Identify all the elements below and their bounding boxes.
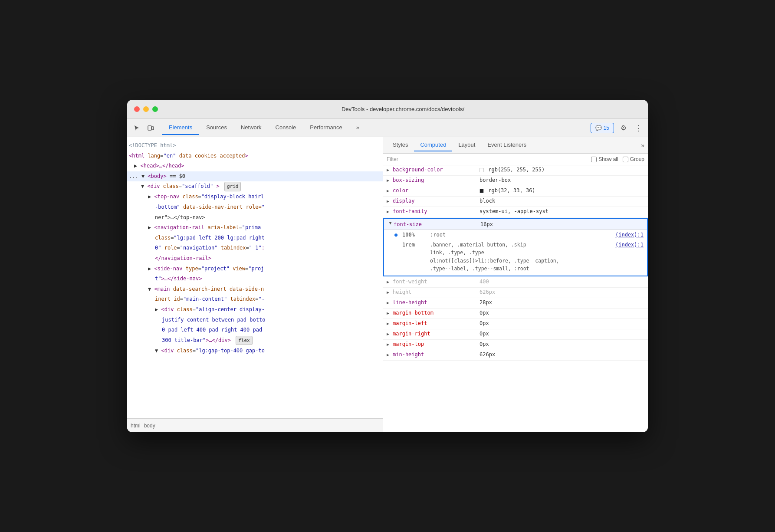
tab-styles[interactable]: Styles	[387, 139, 414, 151]
prop-name-color: color	[393, 187, 479, 194]
prop-margin-right[interactable]: ▶ margin-right 0px	[383, 329, 648, 340]
prop-name-background-color: background-color	[393, 167, 479, 173]
dom-line-sidenav-2: t">…</side-nav>	[127, 274, 383, 284]
prop-name-margin-top: margin-top	[393, 341, 479, 347]
prop-arrow: ▶	[387, 321, 393, 326]
dom-line-html: <html lang="en" data-cookies-accepted>	[127, 151, 383, 161]
prop-arrow-open: ▶	[388, 222, 393, 228]
show-all-checkbox-wrap[interactable]: Show all	[591, 156, 618, 162]
prop-background-color[interactable]: ▶ background-color rgb(255, 255, 255)	[383, 165, 648, 176]
font-size-header[interactable]: ▶ font-size 16px	[384, 219, 647, 230]
tab-layout[interactable]: Layout	[452, 139, 481, 151]
prop-arrow: ▶	[387, 178, 393, 183]
prop-arrow: ▶	[387, 352, 393, 357]
prop-name-font-size: font-size	[394, 221, 480, 227]
more-menu-button[interactable]: ⋮	[633, 123, 644, 133]
breadcrumb-body[interactable]: body	[144, 423, 155, 429]
prop-name-margin-right: margin-right	[393, 331, 479, 337]
prop-value-margin-bottom: 0px	[479, 310, 644, 316]
settings-button[interactable]: ⚙	[617, 122, 630, 134]
tab-sources[interactable]: Sources	[199, 121, 234, 135]
prop-font-weight[interactable]: ▶ font-weight 400	[383, 277, 648, 288]
dom-line-main-2: inert id="main-content" tabindex="-	[127, 294, 383, 305]
prop-value-color: rgb(32, 33, 36)	[479, 187, 644, 194]
styles-more-tabs[interactable]: »	[641, 142, 644, 149]
computed-properties[interactable]: ▶ background-color rgb(255, 255, 255) ▶ …	[383, 165, 648, 432]
prop-min-height[interactable]: ▶ min-height 626px	[383, 350, 648, 361]
prop-font-family[interactable]: ▶ font-family system-ui, -apple-syst	[383, 207, 648, 217]
tab-more[interactable]: »	[349, 121, 366, 135]
prop-name-box-sizing: box-sizing	[393, 177, 479, 183]
minimize-button[interactable]	[143, 106, 149, 112]
prop-color[interactable]: ▶ color rgb(32, 33, 36)	[383, 186, 648, 197]
group-checkbox[interactable]	[623, 157, 628, 162]
prop-value-font-family: system-ui, -apple-syst	[479, 208, 644, 214]
font-size-sub-row-1[interactable]: ● 100% :root (index):1	[384, 230, 647, 240]
dom-line-body[interactable]: ... ▼ <body> == $0	[127, 171, 383, 182]
breadcrumb-html[interactable]: html	[131, 423, 141, 429]
prop-value-margin-left: 0px	[479, 320, 644, 326]
sub-selector-2: .banner, .material-button, .skip-link, .…	[430, 241, 614, 273]
flex-badge: flex	[236, 336, 253, 345]
issues-icon: 💬	[595, 125, 602, 131]
devtools-body: <!DOCTYPE html> <html lang="en" data-coo…	[127, 137, 648, 432]
dom-line-scaffold: ▼ <div class="scaffold" > grid	[127, 181, 383, 192]
dom-line-main: ▼ <main data-search-inert data-side-n	[127, 284, 383, 295]
prop-value-background-color: rgb(255, 255, 255)	[479, 167, 644, 173]
inspect-element-button[interactable]	[131, 122, 143, 134]
prop-name-display: display	[393, 198, 479, 204]
tab-console[interactable]: Console	[269, 121, 303, 135]
sub-value-1: 100%	[402, 232, 428, 238]
prop-box-sizing[interactable]: ▶ box-sizing border-box	[383, 176, 648, 186]
scaffold-badge: grid	[224, 182, 241, 191]
tab-computed[interactable]: Computed	[414, 139, 452, 151]
sub-location-1[interactable]: (index):1	[615, 232, 644, 238]
dom-line-sidenav: ▶ <side-nav type="project" view="proj	[127, 264, 383, 274]
tab-network[interactable]: Network	[234, 121, 269, 135]
dom-line-nav-rail: ▶ <navigation-rail aria-label="prima	[127, 223, 383, 233]
issues-badge[interactable]: 💬 15	[591, 123, 614, 133]
prop-value-min-height: 626px	[479, 351, 644, 358]
dom-panel: <!DOCTYPE html> <html lang="en" data-coo…	[127, 137, 383, 432]
prop-name-font-weight: font-weight	[393, 279, 479, 285]
tab-elements[interactable]: Elements	[162, 121, 199, 135]
device-toolbar-button[interactable]	[144, 122, 157, 134]
color-swatch-bg	[479, 168, 484, 172]
sub-selector-1: :root	[430, 232, 614, 238]
prop-height[interactable]: ▶ height 626px	[383, 288, 648, 298]
show-all-checkbox[interactable]	[591, 157, 597, 162]
font-size-sub-rows: ● 100% :root (index):1 1rem .banner, .ma…	[384, 230, 647, 276]
window-title: DevTools - developer.chrome.com/docs/dev…	[165, 106, 641, 112]
filter-input-wrap[interactable]: Filter	[387, 156, 588, 162]
close-button[interactable]	[134, 106, 140, 112]
prop-value-margin-top: 0px	[479, 341, 644, 347]
filter-label: Filter	[387, 156, 398, 162]
prop-margin-top[interactable]: ▶ margin-top 0px	[383, 340, 648, 350]
prop-display[interactable]: ▶ display block	[383, 197, 648, 207]
svg-rect-0	[148, 126, 151, 130]
styles-panel: Styles Computed Layout Event Listeners »…	[383, 137, 648, 432]
tab-event-listeners[interactable]: Event Listeners	[481, 139, 532, 151]
tab-performance[interactable]: Performance	[303, 121, 349, 135]
prop-arrow: ▶	[387, 311, 393, 315]
prop-arrow: ▶	[387, 167, 393, 172]
dom-line-nav-rail-2: class="lg:pad-left-200 lg:pad-right	[127, 233, 383, 243]
maximize-button[interactable]	[152, 106, 158, 112]
prop-margin-left[interactable]: ▶ margin-left 0px	[383, 319, 648, 329]
sub-location-2[interactable]: (index):1	[615, 241, 644, 248]
dom-line-topnav-2: -bottom" data-side-nav-inert role="	[127, 202, 383, 213]
prop-line-height[interactable]: ▶ line-height 28px	[383, 298, 648, 309]
prop-margin-bottom[interactable]: ▶ margin-bottom 0px	[383, 309, 648, 319]
dom-line-doctype: <!DOCTYPE html>	[127, 141, 383, 151]
dom-tree[interactable]: <!DOCTYPE html> <html lang="en" data-coo…	[127, 137, 383, 418]
prop-name-line-height: line-height	[393, 299, 479, 305]
prop-font-size-expanded[interactable]: ▶ font-size 16px ● 100% :root (index):1	[383, 218, 648, 276]
prop-value-font-size: 16px	[480, 221, 644, 227]
toolbar-right: 💬 15 ⚙ ⋮	[591, 122, 644, 134]
prop-value-box-sizing: border-box	[479, 177, 644, 183]
font-size-sub-row-2[interactable]: 1rem .banner, .material-button, .skip-li…	[384, 240, 647, 276]
group-checkbox-wrap[interactable]: Group	[623, 156, 644, 162]
dom-line-div-gap: ▼ <div class="lg:gap-top-400 gap-to	[127, 346, 383, 356]
prop-arrow: ▶	[387, 342, 393, 347]
dom-line-nav-rail-4: </navigation-rail>	[127, 253, 383, 264]
